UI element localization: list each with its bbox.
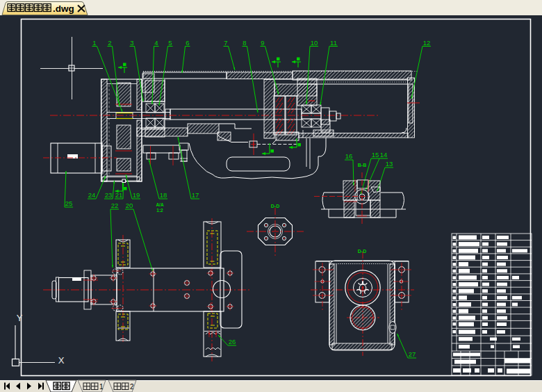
svg-text:27: 27 bbox=[409, 350, 416, 358]
svg-text:5: 5 bbox=[168, 39, 172, 47]
svg-text:2: 2 bbox=[108, 39, 111, 47]
svg-text:24: 24 bbox=[88, 191, 96, 199]
svg-text:.dwg: .dwg bbox=[53, 3, 74, 14]
svg-text:9: 9 bbox=[261, 39, 264, 47]
svg-text:22: 22 bbox=[111, 202, 119, 209]
svg-text:4: 4 bbox=[154, 39, 158, 47]
svg-text:6: 6 bbox=[186, 39, 189, 47]
svg-text:3: 3 bbox=[130, 39, 133, 47]
svg-text:B-B: B-B bbox=[358, 163, 366, 168]
svg-text:D-D: D-D bbox=[358, 249, 366, 254]
svg-text:21: 21 bbox=[115, 191, 123, 199]
svg-text:14: 14 bbox=[380, 151, 388, 158]
svg-text:20: 20 bbox=[126, 202, 133, 209]
svg-text:Y: Y bbox=[17, 313, 23, 323]
svg-text:A/A: A/A bbox=[156, 202, 164, 207]
svg-text:7: 7 bbox=[224, 39, 227, 47]
svg-text:18: 18 bbox=[160, 191, 167, 199]
svg-text:D-D: D-D bbox=[271, 204, 279, 209]
svg-text:26: 26 bbox=[229, 338, 236, 345]
svg-text:2: 2 bbox=[130, 383, 134, 391]
svg-text:8: 8 bbox=[243, 39, 246, 47]
svg-text:12: 12 bbox=[423, 39, 431, 47]
svg-text:1: 1 bbox=[92, 39, 96, 47]
svg-text:X: X bbox=[58, 355, 65, 366]
svg-text:19: 19 bbox=[133, 191, 140, 199]
svg-text:11: 11 bbox=[330, 39, 337, 47]
svg-text:1: 1 bbox=[99, 383, 104, 391]
svg-text:15: 15 bbox=[372, 151, 379, 158]
svg-text:1:2: 1:2 bbox=[156, 208, 163, 213]
svg-text:13: 13 bbox=[386, 160, 393, 168]
svg-text:23: 23 bbox=[105, 191, 113, 199]
svg-text:10: 10 bbox=[311, 39, 318, 47]
svg-text:16: 16 bbox=[345, 152, 353, 160]
svg-text:17: 17 bbox=[192, 191, 199, 199]
svg-text:25: 25 bbox=[65, 199, 73, 207]
